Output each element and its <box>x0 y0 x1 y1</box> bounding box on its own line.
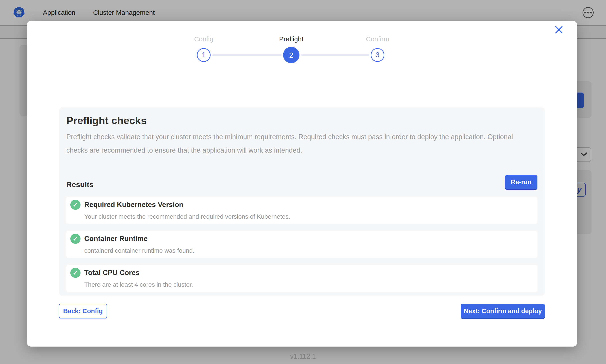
next-confirm-deploy-button[interactable]: Next: Confirm and deploy <box>461 304 545 318</box>
close-button[interactable] <box>553 24 565 36</box>
check-title: Container Runtime <box>84 234 148 243</box>
check-pass-icon: ✓ <box>70 268 81 278</box>
results-header-row: Results Re-run <box>66 175 537 189</box>
close-icon <box>555 26 563 35</box>
step-circle-2-active[interactable]: 2 <box>283 47 300 63</box>
check-title: Total CPU Cores <box>84 269 139 277</box>
back-config-button[interactable]: Back: Config <box>59 304 107 318</box>
check-title: Required Kubernetes Version <box>84 201 183 209</box>
step-label-confirm: Confirm <box>342 35 413 43</box>
check-result-row: ✓ Total CPU Cores There are at least 4 c… <box>66 265 537 292</box>
rerun-button[interactable]: Re-run <box>505 175 537 189</box>
check-pass-icon: ✓ <box>70 234 81 244</box>
check-pass-icon: ✓ <box>70 200 81 210</box>
check-message: There are at least 4 cores in the cluste… <box>84 281 193 288</box>
stepper-connector <box>212 54 282 56</box>
preflight-panel: Preflight checks Preflight checks valida… <box>59 107 545 296</box>
step-label-preflight: Preflight <box>256 35 327 43</box>
check-result-row: ✓ Container Runtime containerd container… <box>66 231 537 258</box>
stepper-connector <box>301 54 369 56</box>
results-heading: Results <box>66 180 94 189</box>
check-result-row: ✓ Required Kubernetes Version Your clust… <box>66 197 537 224</box>
preflight-modal: Config Preflight Confirm 1 2 3 Preflight… <box>27 21 577 347</box>
step-label-config: Config <box>168 35 239 43</box>
check-message: containerd container runtime was found. <box>84 247 194 254</box>
step-circle-1[interactable]: 1 <box>197 48 210 62</box>
check-message: Your cluster meets the recommended and r… <box>84 213 290 220</box>
preflight-description: Preflight checks validate that your clus… <box>66 130 524 157</box>
page-title: Preflight checks <box>66 114 537 127</box>
step-circle-3[interactable]: 3 <box>371 48 384 62</box>
